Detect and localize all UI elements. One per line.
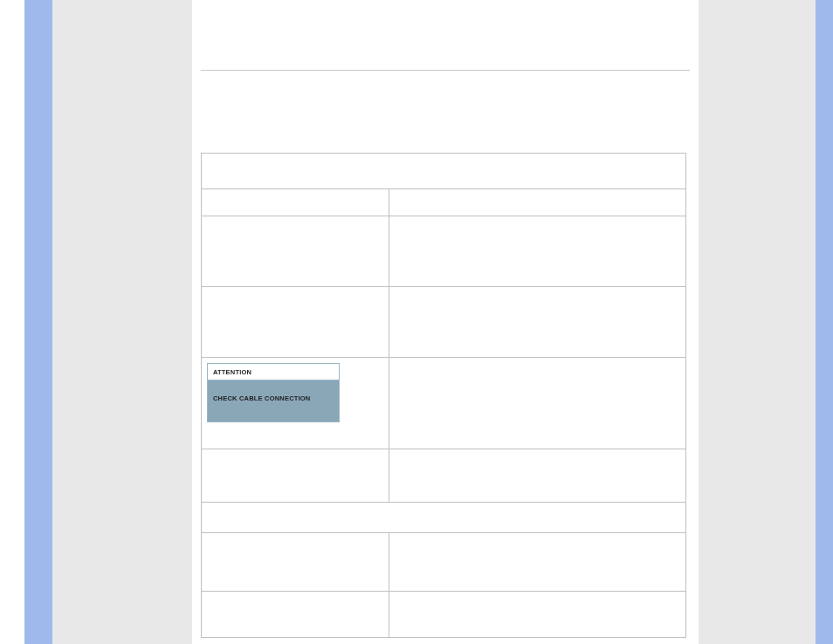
margin-band-right bbox=[698, 0, 816, 644]
table-row bbox=[202, 503, 686, 533]
attention-alert-title: ATTENTION bbox=[208, 364, 339, 380]
table-cell bbox=[389, 287, 686, 358]
table-row bbox=[202, 189, 686, 216]
table-cell: ATTENTION CHECK CABLE CONNECTION bbox=[202, 358, 389, 449]
table-cell bbox=[389, 358, 686, 449]
decorative-stripe-left bbox=[24, 0, 52, 644]
horizontal-rule bbox=[201, 70, 690, 71]
table-row bbox=[202, 533, 686, 592]
attention-alert: ATTENTION CHECK CABLE CONNECTION bbox=[207, 363, 340, 422]
table-cell bbox=[202, 287, 389, 358]
table-cell bbox=[389, 216, 686, 287]
table-cell bbox=[202, 449, 389, 503]
content-table: ATTENTION CHECK CABLE CONNECTION bbox=[201, 153, 686, 638]
table-row bbox=[202, 449, 686, 503]
table-row bbox=[202, 287, 686, 358]
table-row: ATTENTION CHECK CABLE CONNECTION bbox=[202, 358, 686, 449]
table-cell bbox=[202, 189, 389, 216]
table-cell bbox=[202, 592, 389, 638]
table-cell bbox=[389, 189, 686, 216]
decorative-stripe-right bbox=[816, 0, 833, 644]
table-row bbox=[202, 154, 686, 189]
margin-band-left bbox=[52, 0, 192, 644]
table-cell bbox=[202, 216, 389, 287]
attention-alert-message: CHECK CABLE CONNECTION bbox=[208, 380, 339, 421]
table-cell bbox=[202, 154, 686, 189]
table-cell bbox=[389, 533, 686, 592]
table-cell bbox=[202, 503, 686, 533]
table-row bbox=[202, 592, 686, 638]
document-page: ATTENTION CHECK CABLE CONNECTION bbox=[192, 0, 699, 644]
table-cell bbox=[389, 592, 686, 638]
viewport: ATTENTION CHECK CABLE CONNECTION bbox=[0, 0, 833, 644]
table-row bbox=[202, 216, 686, 287]
table-cell bbox=[389, 449, 686, 503]
table-cell bbox=[202, 533, 389, 592]
